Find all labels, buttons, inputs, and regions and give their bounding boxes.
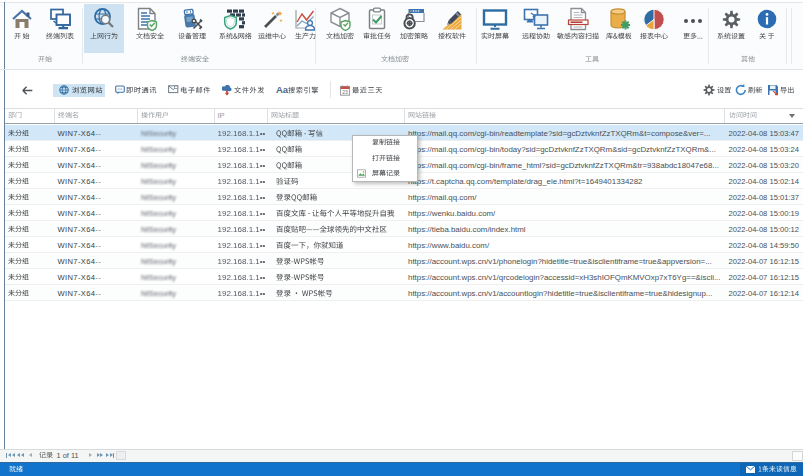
svg-text:23: 23 [342, 89, 348, 95]
